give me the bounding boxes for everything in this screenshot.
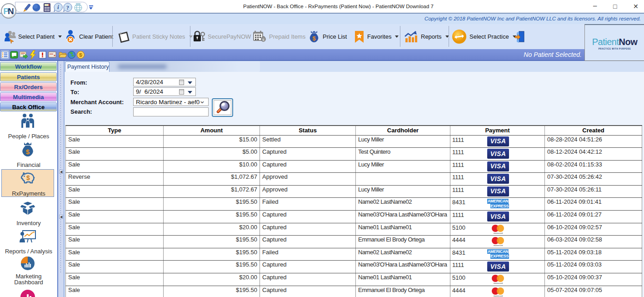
svg-text:$: $ <box>26 148 30 156</box>
svg-text:?: ? <box>66 5 69 11</box>
svg-text:$: $ <box>80 52 82 58</box>
svg-text:$: $ <box>312 35 316 42</box>
svg-text:$: $ <box>262 38 265 42</box>
svg-text:$: $ <box>26 174 30 181</box>
